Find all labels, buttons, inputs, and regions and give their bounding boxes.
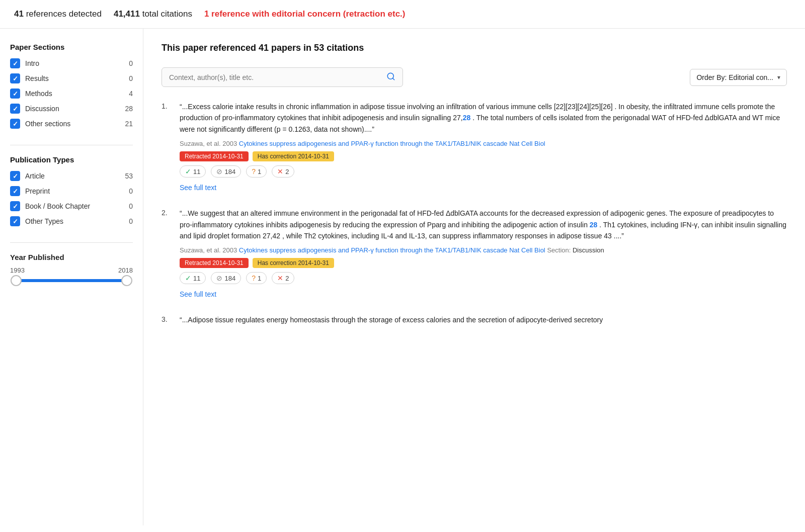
metric-orange-question: ? 1 (246, 165, 267, 178)
section-label-results: Results (25, 74, 116, 82)
citation-meta: Suzawa, et al. 2003 Cytokines suppress a… (180, 246, 787, 254)
controls-row: Order By: Editorial con... ▾ (162, 67, 787, 87)
badge-retracted: Retracted 2014-10-31 (180, 151, 249, 161)
citation-body: “...We suggest that an altered immune en… (180, 208, 787, 298)
section-count-discussion: 28 (121, 105, 133, 113)
total-citations-count: 41,411 (114, 9, 140, 19)
citation-section-label: Section: Discussion (547, 246, 604, 254)
citation-author: Suzawa, et al. 2003 (180, 246, 239, 254)
green-check: ✓ (185, 167, 191, 175)
citation-text: “...Adipose tissue regulates energy home… (180, 314, 787, 325)
search-input[interactable] (169, 73, 381, 81)
citation-item: 3. “...Adipose tissue regulates energy h… (162, 314, 787, 330)
citation-journal[interactable]: Nat Cell Biol (509, 140, 545, 147)
metric-red-x: ✕ 2 (272, 272, 294, 284)
pubtype-label-article: Article (25, 172, 116, 180)
checkbox-preprint[interactable] (10, 186, 20, 196)
badge-row: Retracted 2014-10-31Has correction 2014-… (180, 258, 787, 268)
citations-stat: 41,411 total citations (114, 9, 192, 19)
top-bar: 41 references detected 41,411 total cita… (0, 0, 805, 29)
section-label-intro: Intro (25, 59, 116, 67)
sidebar-section-methods[interactable]: Methods 4 (10, 88, 133, 99)
year-slider-left-thumb[interactable] (11, 275, 22, 286)
chevron-down-icon: ▾ (777, 74, 780, 81)
checkbox-methods[interactable] (10, 88, 20, 99)
year-title: Year Published (10, 253, 133, 261)
section-label-discussion: Discussion (25, 105, 116, 113)
metrics-row: ✓ 11 ⊘ 184 ? 1 ✕ 2 (180, 165, 787, 178)
pubtype-label-other-types: Other Types (25, 217, 116, 225)
order-label: Order By: Editorial con... (696, 73, 773, 81)
checkbox-book[interactable] (10, 201, 20, 211)
section-count-results: 0 (121, 74, 133, 82)
layout: Paper Sections Intro 0 Results 0 Methods… (0, 29, 805, 525)
citation-link[interactable]: Cytokines suppress adipogenesis and PPAR… (239, 246, 508, 254)
gray-dash: ⊘ (216, 274, 222, 282)
citation-journal[interactable]: Nat Cell Biol (509, 246, 545, 254)
year-min: 1993 (10, 267, 25, 274)
citation-link[interactable]: Cytokines suppress adipogenesis and PPAR… (239, 140, 508, 147)
checkbox-discussion[interactable] (10, 104, 20, 114)
sidebar-pubtype-other-types[interactable]: Other Types 0 (10, 216, 133, 226)
pubtype-label-preprint: Preprint (25, 187, 116, 195)
main-content: This paper referenced 41 papers in 53 ci… (143, 29, 805, 525)
checkbox-results[interactable] (10, 73, 20, 83)
citation-body: “...Adipose tissue regulates energy home… (180, 314, 787, 330)
metric-orange-question: ? 1 (246, 272, 267, 284)
citation-text: “...Excess calorie intake results in chr… (180, 101, 787, 135)
orange-question: ? (252, 274, 256, 282)
references-label: references detected (26, 9, 102, 19)
year-section: Year Published 1993 2018 (10, 253, 133, 284)
pubtype-count-other-types: 0 (121, 217, 133, 225)
citation-number: 3. (162, 314, 172, 330)
year-max: 2018 (118, 267, 133, 274)
metric-red-x: ✕ 2 (272, 165, 294, 178)
citation-item: 2. “...We suggest that an altered immune… (162, 208, 787, 298)
pubtype-count-preprint: 0 (121, 187, 133, 195)
sidebar-section-intro[interactable]: Intro 0 (10, 58, 133, 68)
citation-list: 1. “...Excess calorie intake results in … (162, 101, 787, 331)
section-label-other-sections: Other sections (25, 120, 116, 128)
publication-types-title: Publication Types (10, 155, 133, 164)
checkbox-other-sections[interactable] (10, 119, 20, 129)
sidebar-section-other-sections[interactable]: Other sections 21 (10, 119, 133, 129)
orange-question: ? (252, 167, 256, 175)
see-full-text-link[interactable]: See full text (180, 290, 216, 298)
section-label-methods: Methods (25, 90, 116, 98)
metrics-row: ✓ 11 ⊘ 184 ? 1 ✕ 2 (180, 272, 787, 284)
year-slider-track[interactable] (16, 279, 127, 282)
sidebar-pubtype-book[interactable]: Book / Book Chapter 0 (10, 201, 133, 211)
year-labels: 1993 2018 (10, 267, 133, 274)
section-count-methods: 4 (121, 90, 133, 98)
search-icon (386, 72, 395, 82)
green-check: ✓ (185, 274, 191, 282)
red-x: ✕ (277, 274, 283, 282)
year-slider-right-thumb[interactable] (121, 275, 132, 286)
citation-meta: Suzawa, et al. 2003 Cytokines suppress a… (180, 140, 787, 147)
search-box[interactable] (162, 67, 403, 87)
checkbox-intro[interactable] (10, 58, 20, 68)
sidebar-pubtype-article[interactable]: Article 53 (10, 171, 133, 181)
sidebar-section-discussion[interactable]: Discussion 28 (10, 104, 133, 114)
references-count: 41 (14, 9, 24, 19)
citation-item: 1. “...Excess calorie intake results in … (162, 101, 787, 192)
see-full-text-link[interactable]: See full text (180, 184, 216, 192)
checkbox-other-types[interactable] (10, 216, 20, 226)
checkbox-article[interactable] (10, 171, 20, 181)
citation-author: Suzawa, et al. 2003 (180, 140, 239, 147)
pubtype-count-article: 53 (121, 172, 133, 180)
publication-types-section: Publication Types Article 53 Preprint 0 … (10, 155, 133, 226)
pubtype-label-book: Book / Book Chapter (25, 202, 116, 210)
badge-correction: Has correction 2014-10-31 (253, 151, 334, 161)
sidebar-divider (10, 145, 133, 145)
badge-row: Retracted 2014-10-31Has correction 2014-… (180, 151, 787, 161)
pubtype-count-book: 0 (121, 202, 133, 210)
citation-text: “...We suggest that an altered immune en… (180, 208, 787, 241)
sidebar-pubtype-preprint[interactable]: Preprint 0 (10, 186, 133, 196)
editorial-concern-label: 1 reference with editorial concern (retr… (204, 9, 406, 19)
metric-green-check: ✓ 11 (180, 272, 206, 284)
order-dropdown[interactable]: Order By: Editorial con... ▾ (690, 69, 787, 86)
sidebar-section-results[interactable]: Results 0 (10, 73, 133, 83)
metric-gray-dash: ⊘ 184 (211, 272, 241, 284)
paper-sections-title: Paper Sections (10, 43, 133, 51)
